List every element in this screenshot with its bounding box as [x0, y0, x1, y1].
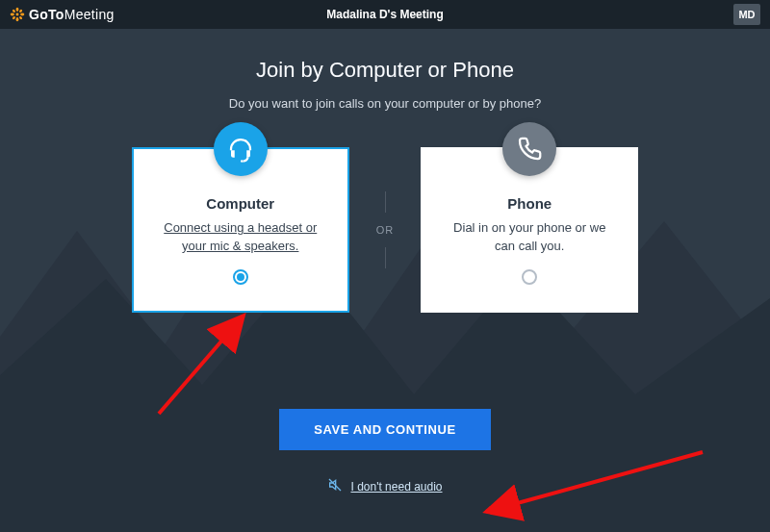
option-phone-title: Phone [444, 195, 615, 212]
brand-logo: GoToMeeting [10, 7, 115, 22]
audio-options: Computer Connect using a headset or your… [0, 147, 770, 313]
svg-point-1 [16, 8, 19, 12]
svg-point-0 [16, 13, 19, 16]
option-computer-title: Computer [155, 195, 326, 212]
svg-point-11 [241, 160, 244, 163]
svg-point-8 [18, 15, 22, 19]
avatar[interactable]: MD [733, 4, 760, 25]
option-computer-card[interactable]: Computer Connect using a headset or your… [132, 147, 349, 313]
or-label: OR [376, 224, 395, 236]
option-phone-desc: Dial in on your phone or we can call you… [444, 219, 615, 256]
option-phone-radio[interactable] [522, 269, 537, 285]
separator-line [385, 191, 386, 213]
page-title: Join by Computer or Phone [0, 58, 770, 83]
meeting-title: Madalina D's Meeting [0, 8, 770, 21]
page-subtitle: Do you want to join calls on your comput… [0, 96, 770, 111]
option-computer-desc: Connect using a headset or your mic & sp… [155, 219, 326, 256]
save-continue-button[interactable]: SAVE AND CONTINUE [279, 409, 490, 450]
header-bar: GoToMeeting Madalina D's Meeting MD [0, 0, 770, 29]
brand-text: GoToMeeting [29, 7, 115, 22]
option-phone-card[interactable]: Phone Dial in on your phone or we can ca… [421, 147, 638, 313]
option-computer-radio[interactable] [233, 269, 248, 285]
brand-light: Meeting [64, 7, 115, 22]
phone-icon [502, 122, 556, 176]
svg-point-3 [11, 13, 14, 16]
mute-icon [327, 477, 343, 495]
separator-line [385, 247, 386, 268]
svg-point-4 [20, 13, 24, 16]
svg-point-2 [16, 17, 19, 21]
flower-icon [10, 7, 25, 22]
svg-point-7 [12, 15, 15, 19]
svg-point-6 [18, 9, 22, 13]
no-audio-label: I don't need audio [350, 480, 442, 494]
no-audio-link[interactable]: I don't need audio [327, 477, 442, 495]
svg-point-5 [12, 9, 15, 13]
or-separator: OR [376, 191, 395, 268]
main-pane: Join by Computer or Phone Do you want to… [0, 29, 770, 532]
headset-icon [214, 122, 268, 176]
brand-bold: GoTo [29, 7, 64, 22]
